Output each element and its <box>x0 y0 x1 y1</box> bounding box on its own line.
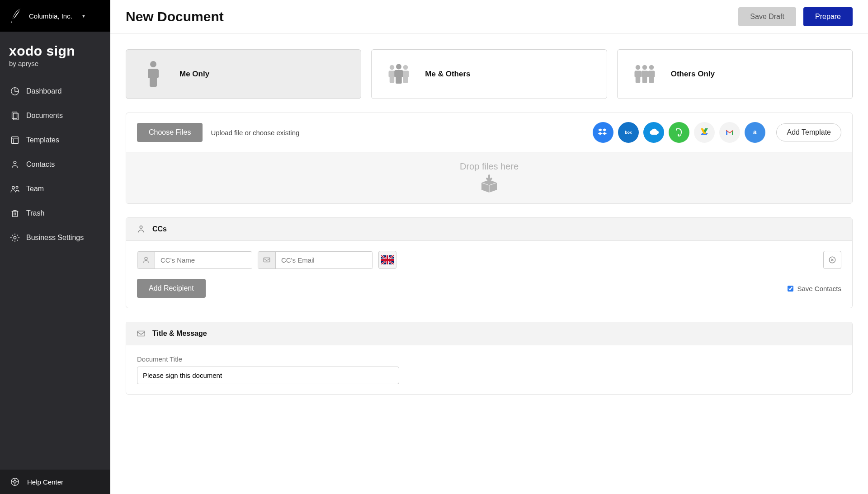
nav-trash[interactable]: Trash <box>0 201 110 226</box>
nav-templates[interactable]: Templates <box>0 128 110 152</box>
contacts-icon <box>136 224 146 234</box>
nav-dashboard[interactable]: Dashboard <box>0 79 110 104</box>
nav-label: Documents <box>26 112 63 120</box>
save-contacts-checkbox[interactable] <box>788 286 793 292</box>
provider-box[interactable]: box <box>618 122 639 143</box>
provider-row: box <box>593 122 841 143</box>
recipient-card-others-only[interactable]: Others Only <box>617 49 853 99</box>
file-section: Choose Files Upload file or choose exist… <box>126 113 853 204</box>
nav-label: Contacts <box>26 160 55 169</box>
close-circle-icon <box>828 256 836 264</box>
provider-gmail[interactable] <box>719 122 740 143</box>
svg-rect-3 <box>12 137 19 144</box>
svg-text:a: a <box>754 128 757 136</box>
dropzone-text: Drop files here <box>460 161 519 172</box>
box-drop-icon <box>479 174 500 193</box>
card-label: Me & Others <box>425 70 470 79</box>
file-top: Choose Files Upload file or choose exist… <box>126 113 852 152</box>
card-label: Others Only <box>671 70 715 79</box>
dashboard-icon <box>10 86 20 96</box>
ccs-panel-head: CCs <box>126 218 852 241</box>
save-draft-button[interactable]: Save Draft <box>738 7 796 26</box>
svg-point-14 <box>14 480 16 483</box>
top-actions: Save Draft Prepare <box>738 7 853 26</box>
nav-business-settings[interactable]: Business Settings <box>0 226 110 250</box>
svg-point-6 <box>14 161 16 164</box>
gear-icon <box>10 233 20 243</box>
envelope-icon <box>258 252 276 268</box>
provider-evernote[interactable] <box>669 122 689 143</box>
help-icon <box>10 477 20 487</box>
nav-contacts[interactable]: Contacts <box>0 152 110 177</box>
people-icon <box>631 60 658 89</box>
brand: xodo sign by apryse <box>0 32 110 71</box>
svg-point-22 <box>403 65 408 70</box>
uk-flag-icon <box>381 255 394 264</box>
account-name: Columbia, Inc. <box>29 12 72 20</box>
recipient-type-cards: Me Only Me & Others Ot <box>126 49 853 99</box>
provider-dropbox[interactable] <box>593 122 613 143</box>
provider-onedrive[interactable] <box>643 122 664 143</box>
svg-rect-35 <box>381 259 394 261</box>
nav-team[interactable]: Team <box>0 177 110 201</box>
main: New Document Save Draft Prepare Me Only <box>110 0 868 494</box>
cc-email-input[interactable] <box>276 252 373 268</box>
help-center-link[interactable]: Help Center <box>0 470 110 494</box>
svg-point-7 <box>12 187 14 189</box>
cc-name-group <box>137 251 252 269</box>
templates-icon <box>10 135 20 145</box>
nav-label: Dashboard <box>26 87 61 95</box>
svg-point-25 <box>649 65 654 70</box>
choose-files-button[interactable]: Choose Files <box>137 123 203 142</box>
svg-rect-30 <box>264 258 270 262</box>
quill-icon <box>9 8 23 24</box>
brand-title: xodo sign <box>9 43 101 59</box>
prepare-button[interactable]: Prepare <box>803 7 853 26</box>
choose-files-hint: Upload file or choose existing <box>211 129 299 136</box>
content: Me Only Me & Others Ot <box>110 34 868 423</box>
svg-text:box: box <box>625 130 632 135</box>
svg-point-23 <box>635 65 640 70</box>
title-message-panel: Title & Message Document Title <box>126 322 853 395</box>
nav-list: Dashboard Documents Templates Contacts T… <box>0 71 110 250</box>
cc-name-input[interactable] <box>155 252 252 268</box>
svg-point-12 <box>14 236 16 239</box>
svg-point-21 <box>396 64 401 70</box>
amazon-icon: a <box>750 127 760 138</box>
account-switcher[interactable]: Columbia, Inc. ▼ <box>0 0 110 32</box>
cc-language-button[interactable] <box>378 251 396 269</box>
nav-documents[interactable]: Documents <box>0 104 110 128</box>
contacts-icon <box>10 160 20 169</box>
brand-subtitle: by apryse <box>9 60 101 67</box>
add-template-button[interactable]: Add Template <box>776 123 841 141</box>
dropzone[interactable]: Drop files here <box>126 152 852 203</box>
envelope-icon <box>136 329 146 339</box>
save-contacts-toggle[interactable]: Save Contacts <box>788 285 841 292</box>
google-drive-icon <box>699 127 710 138</box>
document-title-label: Document Title <box>137 355 841 363</box>
top-bar: New Document Save Draft Prepare <box>110 0 868 34</box>
ccs-title: CCs <box>152 225 167 233</box>
trash-icon <box>10 208 20 218</box>
recipient-card-me-others[interactable]: Me & Others <box>371 49 607 99</box>
people-icon <box>385 60 412 89</box>
sidebar: Columbia, Inc. ▼ xodo sign by apryse Das… <box>0 0 110 494</box>
card-label: Me Only <box>179 70 209 79</box>
nav-label: Business Settings <box>26 234 84 242</box>
add-recipient-button[interactable]: Add Recipient <box>137 279 206 298</box>
person-icon <box>140 60 167 89</box>
evernote-icon <box>674 127 684 138</box>
title-message-head: Title & Message <box>126 322 852 345</box>
recipient-card-me-only[interactable]: Me Only <box>126 49 361 99</box>
cc-email-group <box>258 251 373 269</box>
gmail-icon <box>724 127 735 138</box>
team-icon <box>10 184 20 194</box>
dropbox-icon <box>598 127 609 138</box>
provider-amazon[interactable]: a <box>745 122 765 143</box>
person-icon <box>137 252 155 268</box>
svg-point-8 <box>16 186 18 188</box>
document-title-input[interactable] <box>137 367 399 384</box>
svg-point-20 <box>390 65 395 70</box>
cc-remove-button[interactable] <box>823 251 841 269</box>
provider-google-drive[interactable] <box>694 122 715 143</box>
